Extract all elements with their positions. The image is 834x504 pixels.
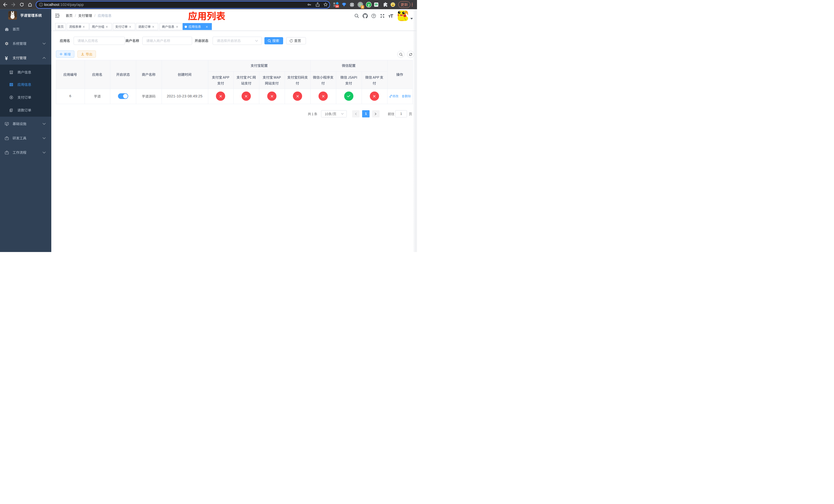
svg-text:10: 10 xyxy=(336,5,338,8)
svg-text:1: 1 xyxy=(362,6,364,8)
svg-text:y: y xyxy=(368,3,370,7)
